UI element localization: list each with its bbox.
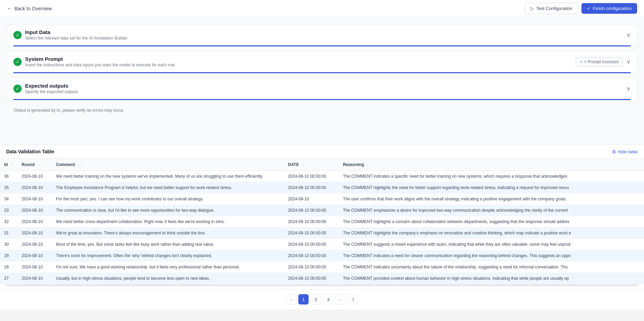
cell-round: 2024-08-10 — [18, 216, 52, 228]
expected-outputs-title: Expected outputs — [25, 83, 79, 89]
cell-round: 2024-08-10 — [18, 273, 52, 284]
cell-round: 2024-08-10 — [18, 171, 52, 182]
cell-reasoning: The COMMENT emphasizes a desire for impr… — [339, 205, 644, 216]
table-row[interactable]: 29 2024-08-10 There's room for improveme… — [0, 250, 644, 262]
hide-table-button[interactable]: ⊞ Hide table — [612, 149, 638, 154]
cell-date: 2024-08-10 — [284, 193, 339, 205]
data-validation-table-section: Data Validation Table ⊞ Hide table Id ↑↓… — [0, 144, 644, 309]
system-prompt-header[interactable]: ✓ System Prompt Insert the instructions … — [7, 51, 637, 72]
cell-reasoning: The user confirms that their work aligns… — [339, 193, 644, 205]
next-page-button[interactable]: › — [335, 294, 346, 305]
cell-reasoning: The COMMENT provided context about human… — [339, 273, 644, 284]
expected-outputs-chevron-icon: ∨ — [626, 85, 631, 92]
cell-comment: Most of the time, yes. But some tasks fe… — [52, 239, 284, 250]
input-data-text: Input Data Select the relevant data set … — [25, 29, 128, 41]
cell-date: 2024-08-10 00:00:00 — [284, 182, 339, 193]
page-3-button[interactable]: 3 — [323, 294, 333, 305]
system-prompt-header-right: + + Prompt Assistant ∨ — [576, 57, 631, 67]
cell-id: 31 — [0, 228, 18, 239]
finish-config-button[interactable]: ✓ Finish configuration — [581, 3, 637, 14]
header-actions: ▷ Test Configuration ✓ Finish configurat… — [525, 3, 637, 14]
cell-round: 2024-08-10 — [18, 262, 52, 273]
hide-table-label: Hide table — [618, 149, 638, 154]
expected-outputs-check-icon: ✓ — [13, 85, 22, 93]
page-1-button[interactable]: 1 — [298, 294, 309, 305]
cell-reasoning: The COMMENT highlights the company's emp… — [339, 228, 644, 239]
table-row[interactable]: 34 2024-08-10 For the most part, yes. I … — [0, 193, 644, 205]
page-info-button[interactable]: ℹ — [348, 294, 358, 305]
expected-outputs-section: ✓ Expected outputs Specify the expected … — [7, 78, 637, 100]
back-label: Back to Overview — [14, 6, 52, 11]
col-comment[interactable]: Comment ↑↓ — [52, 159, 284, 171]
table-row[interactable]: 36 2024-08-10 We need better training on… — [0, 171, 644, 182]
cell-id: 30 — [0, 239, 18, 250]
input-data-title: Input Data — [25, 29, 128, 35]
expected-outputs-header-left: ✓ Expected outputs Specify the expected … — [13, 83, 79, 94]
system-prompt-text: System Prompt Insert the instructions an… — [25, 56, 176, 67]
table-row[interactable]: 35 2024-08-10 The Employee Assistance Pr… — [0, 182, 644, 193]
prompt-assistant-button[interactable]: + + Prompt Assistant — [576, 57, 623, 67]
table-header: Data Validation Table ⊞ Hide table — [0, 145, 644, 159]
cell-comment: The communication is clear, but I'd like… — [52, 205, 284, 216]
expected-outputs-divider — [13, 99, 631, 100]
cell-comment: We need better cross-department collabor… — [52, 216, 284, 228]
cell-comment: I'm not sure. We have a good working rel… — [52, 262, 284, 273]
col-date[interactable]: DATE ↑↓ — [284, 159, 339, 171]
col-round[interactable]: Round ↑↓ — [18, 159, 52, 171]
table-body: 36 2024-08-10 We need better training on… — [0, 171, 644, 284]
cell-reasoning: The COMMENT indicates a specific need fo… — [339, 171, 644, 182]
system-prompt-check-icon: ✓ — [13, 58, 22, 66]
cell-comment: Usually, but in high-stress situations, … — [52, 273, 284, 284]
cell-reasoning: The COMMENT indicates a need for clearer… — [339, 250, 644, 262]
cell-id: 33 — [0, 205, 18, 216]
cell-date: 2024-08-10 00:00:00 — [284, 239, 339, 250]
table-scroll-container[interactable]: Id ↑↓ Round ↑↓ Comment ↑↓ DATE ↑↓ Reason… — [0, 159, 644, 284]
cell-round: 2024-08-10 — [18, 193, 52, 205]
table-row[interactable]: 28 2024-08-10 I'm not sure. We have a go… — [0, 262, 644, 273]
cell-id: 32 — [0, 216, 18, 228]
cell-comment: We're great at innovation. There's alway… — [52, 228, 284, 239]
horizontal-scrollbar[interactable] — [6, 284, 638, 286]
sort-round-icon: ↑↓ — [37, 163, 40, 167]
cell-id: 29 — [0, 250, 18, 262]
test-config-button[interactable]: ▷ Test Configuration — [525, 3, 578, 14]
page-2-button[interactable]: 2 — [311, 294, 321, 305]
table-row[interactable]: 32 2024-08-10 We need better cross-depar… — [0, 216, 644, 228]
cell-round: 2024-08-10 — [18, 228, 52, 239]
cell-round: 2024-08-10 — [18, 205, 52, 216]
prompt-assistant-label: + Prompt Assistant — [584, 59, 619, 64]
input-data-header[interactable]: ✓ Input Data Select the relevant data se… — [7, 24, 637, 45]
system-prompt-subtitle: Insert the instructions and data inputs … — [25, 63, 176, 67]
back-link[interactable]: ← Back to Overview — [7, 5, 52, 12]
table-row[interactable]: 33 2024-08-10 The communication is clear… — [0, 205, 644, 216]
cell-date: 2024-08-10 00:00:00 — [284, 205, 339, 216]
cell-date: 2024-08-10 00:00:00 — [284, 216, 339, 228]
expected-outputs-header[interactable]: ✓ Expected outputs Specify the expected … — [7, 78, 637, 99]
sort-id-icon: ↑↓ — [10, 163, 13, 167]
cell-round: 2024-08-10 — [18, 250, 52, 262]
cell-id: 34 — [0, 193, 18, 205]
cell-id: 27 — [0, 273, 18, 284]
cell-id: 36 — [0, 171, 18, 182]
table-row[interactable]: 30 2024-08-10 Most of the time, yes. But… — [0, 239, 644, 250]
table-row[interactable]: 31 2024-08-10 We're great at innovation.… — [0, 228, 644, 239]
expected-outputs-subtitle: Specify the expected outputs. — [25, 89, 79, 94]
table-row[interactable]: 27 2024-08-10 Usually, but in high-stres… — [0, 273, 644, 284]
system-prompt-section: ✓ System Prompt Insert the instructions … — [7, 51, 637, 74]
table-icon: ⊞ — [612, 149, 616, 154]
cell-date: 2024-08-10 00:00:00 — [284, 171, 339, 182]
table-header-row: Id ↑↓ Round ↑↓ Comment ↑↓ DATE ↑↓ Reason… — [0, 159, 644, 171]
col-id[interactable]: Id ↑↓ — [0, 159, 18, 171]
sort-comment-icon: ↑↓ — [78, 163, 81, 167]
input-data-check-icon: ✓ — [13, 31, 22, 39]
cell-reasoning: The COMMENT suggests a mixed experience … — [339, 239, 644, 250]
cell-id: 35 — [0, 182, 18, 193]
prev-page-button[interactable]: ‹ — [286, 294, 296, 305]
col-reasoning[interactable]: Reasoning ↑↓ — [339, 159, 644, 171]
system-prompt-header-left: ✓ System Prompt Insert the instructions … — [13, 56, 176, 67]
cell-comment: For the most part, yes. I can see how my… — [52, 193, 284, 205]
input-data-chevron-icon: ∨ — [626, 32, 631, 38]
input-data-divider — [13, 45, 631, 46]
back-arrow-icon: ← — [7, 5, 12, 12]
cell-id: 28 — [0, 262, 18, 273]
